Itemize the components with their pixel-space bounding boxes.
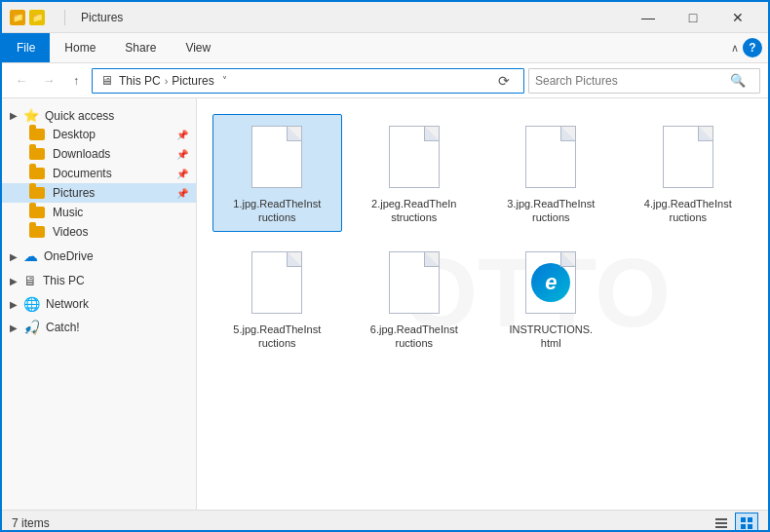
file-name-6: 6.jpg.ReadTheInstructions [370,323,458,351]
catch-label: Catch! [46,321,80,334]
sidebar-section-thispc[interactable]: ▶ 🖥 This PC [2,267,196,290]
window-controls: — □ ✕ [626,2,760,33]
svg-rect-3 [741,517,746,522]
window-title: Pictures [77,11,626,24]
sidebar-item-documents[interactable]: Documents 📌 [2,164,196,183]
videos-folder-icon [29,226,45,238]
file-icon-7: e [520,247,582,319]
file-item-4[interactable]: 4.jpg.ReadTheInstructions [624,114,753,232]
file-name-2: 2.jpeg.ReadTheInstructions [370,197,458,225]
list-view-toggle[interactable] [710,513,733,533]
file-page-4 [663,126,713,188]
title-bar: 📁 📁 Pictures — □ ✕ [2,2,768,33]
file-icon-3 [520,121,582,193]
breadcrumb-dropdown-btn[interactable]: ˅ [222,75,227,86]
computer-icon: 🖥 [100,73,113,88]
quick-access-label: Quick access [45,109,114,123]
file-icon-5 [246,247,308,319]
svg-rect-5 [741,524,746,529]
main-layout: ▶ ⭐ Quick access Desktop 📌 Downloads 📌 D… [2,98,768,510]
downloads-label: Downloads [53,147,171,161]
documents-folder-icon [29,168,45,179]
onedrive-cloud-icon: ☁ [23,247,38,265]
file-page-1 [251,126,302,188]
sidebar-section-onedrive[interactable]: ▶ ☁ OneDrive [2,242,196,267]
file-icon-2 [383,121,445,193]
thispc-pc-icon: 🖥 [23,273,37,288]
downloads-pin-icon: 📌 [176,149,188,160]
file-name-3: 3.jpg.ReadTheInstructions [507,197,595,225]
tab-share[interactable]: Share [110,33,171,62]
videos-label: Videos [53,225,188,239]
breadcrumb[interactable]: 🖥 This PC › Pictures ˅ ⟳ [92,68,524,94]
documents-pin-icon: 📌 [176,169,188,179]
sidebar-item-music[interactable]: Music [2,203,196,222]
help-button[interactable]: ? [743,38,762,57]
content-area: OTTO 1.jpg.ReadTheInstructions 2.jpeg.Re… [197,98,768,510]
svg-rect-1 [715,522,727,524]
file-item-6[interactable]: 6.jpg.ReadTheInstructions [350,240,480,358]
file-name-4: 4.jpg.ReadTheInstructions [644,197,732,225]
file-item-5[interactable]: 5.jpg.ReadTheInstructions [212,240,342,358]
file-icon-6 [383,247,445,319]
svg-rect-6 [748,524,752,529]
back-button[interactable]: ← [10,69,33,93]
tab-view[interactable]: View [171,33,225,62]
forward-button[interactable]: → [37,69,60,93]
refresh-button[interactable]: ⟳ [492,69,516,93]
onedrive-label: OneDrive [44,249,94,263]
pictures-folder-icon [29,187,45,199]
network-expand-icon: ▶ [10,299,18,310]
view-toggles [710,513,758,533]
file-page-3 [525,126,576,188]
desktop-label: Desktop [53,128,171,141]
music-label: Music [53,206,188,219]
maximize-button[interactable]: □ [671,2,715,33]
sidebar-section-catch[interactable]: ▶ 🎣 Catch! [2,314,196,337]
catch-expand-icon: ▶ [10,323,18,333]
close-button[interactable]: ✕ [715,2,760,33]
up-button[interactable]: ↑ [64,69,88,93]
file-grid: 1.jpg.ReadTheInstructions 2.jpeg.ReadThe… [205,106,760,364]
file-name-5: 5.jpg.ReadTheInstructions [233,323,321,351]
quick-access-expand-icon: ▶ [10,110,18,121]
file-page-5 [251,251,302,314]
file-icon-4 [657,121,719,193]
file-page-7: e [525,251,576,314]
sidebar-item-pictures[interactable]: Pictures 📌 [2,183,196,203]
thispc-expand-icon: ▶ [10,276,18,286]
file-icon-1 [246,121,308,193]
file-name-7: INSTRUCTIONS.html [507,323,595,351]
downloads-folder-icon [29,148,45,160]
title-bar-app-icons: 📁 📁 [10,10,69,25]
quick-access-star-icon: ⭐ [23,108,39,123]
file-item-1[interactable]: 1.jpg.ReadTheInstructions [212,114,342,232]
search-input[interactable] [535,74,730,88]
sidebar-section-quick-access[interactable]: ▶ ⭐ Quick access [2,102,196,125]
tab-file[interactable]: File [2,33,50,62]
sidebar-item-videos[interactable]: Videos [2,222,196,242]
thispc-label: This PC [43,274,85,287]
icon-view-toggle[interactable] [735,513,758,533]
sidebar-section-network[interactable]: ▶ 🌐 Network [2,290,196,314]
file-item-2[interactable]: 2.jpeg.ReadTheInstructions [350,114,480,232]
ribbon: File Home Share View ∧ ? [2,33,768,63]
breadcrumb-thispc[interactable]: This PC [119,74,161,88]
search-box[interactable]: 🔍 [528,68,760,94]
list-view-icon [714,516,728,530]
sidebar-item-downloads[interactable]: Downloads 📌 [2,144,196,164]
file-item-7[interactable]: e INSTRUCTIONS.html [486,240,616,358]
sidebar: ▶ ⭐ Quick access Desktop 📌 Downloads 📌 D… [2,98,197,510]
network-icon: 🌐 [23,296,40,312]
minimize-button[interactable]: — [626,2,671,33]
documents-label: Documents [53,167,171,180]
sidebar-item-desktop[interactable]: Desktop 📌 [2,125,196,144]
tab-home[interactable]: Home [50,33,110,62]
catch-icon: 🎣 [23,320,40,335]
pictures-pin-icon: 📌 [176,188,188,199]
status-bar: 7 items [2,510,768,532]
ribbon-collapse-btn[interactable]: ∧ [731,42,739,55]
file-item-3[interactable]: 3.jpg.ReadTheInstructions [486,114,616,232]
file-page-6 [389,251,440,314]
music-folder-icon [29,207,45,218]
